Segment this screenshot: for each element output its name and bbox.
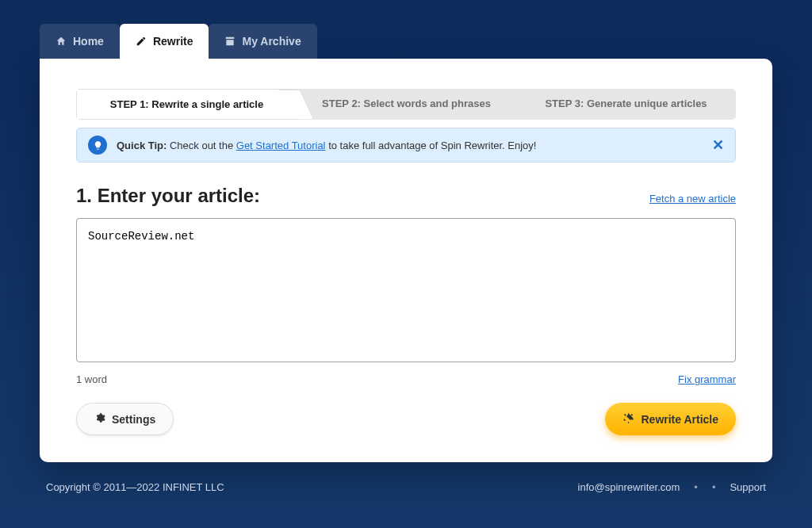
tab-home-label: Home [73, 35, 104, 48]
tab-archive-label: My Archive [242, 35, 301, 48]
step-nav: STEP 1: Rewrite a single article STEP 2:… [76, 89, 736, 120]
main-card: STEP 1: Rewrite a single article STEP 2:… [40, 59, 772, 462]
copyright: Copyright © 2011—2022 INFINET LLC [46, 481, 224, 493]
article-input[interactable] [76, 218, 736, 362]
word-count: 1 word [76, 373, 107, 385]
tab-rewrite[interactable]: Rewrite [120, 24, 209, 59]
gear-icon [94, 412, 105, 426]
tip-text: Quick Tip: Check out the Get Started Tut… [117, 140, 536, 151]
lightbulb-icon [88, 136, 107, 155]
footer-support[interactable]: Support [730, 481, 766, 493]
tab-rewrite-label: Rewrite [153, 35, 193, 48]
pencil-icon [136, 36, 147, 47]
tutorial-link[interactable]: Get Started Tutorial [236, 140, 326, 151]
home-icon [56, 36, 67, 47]
step-1[interactable]: STEP 1: Rewrite a single article [76, 89, 297, 120]
wand-icon [622, 412, 634, 427]
tab-home[interactable]: Home [40, 24, 120, 59]
main-tabs: Home Rewrite My Archive [40, 24, 772, 59]
fetch-article-link[interactable]: Fetch a new article [649, 193, 736, 205]
footer: Copyright © 2011—2022 INFINET LLC info@s… [0, 462, 812, 493]
tab-archive[interactable]: My Archive [209, 24, 316, 59]
settings-button[interactable]: Settings [76, 403, 174, 435]
rewrite-article-button[interactable]: Rewrite Article [605, 403, 736, 435]
footer-email[interactable]: info@spinrewriter.com [578, 481, 680, 493]
step-3[interactable]: STEP 3: Generate unique articles [516, 89, 736, 120]
close-icon[interactable]: ✕ [712, 136, 724, 154]
section-heading: 1. Enter your article: [76, 185, 260, 207]
quick-tip-banner: Quick Tip: Check out the Get Started Tut… [76, 128, 736, 163]
fix-grammar-link[interactable]: Fix grammar [678, 373, 736, 385]
archive-icon [224, 36, 236, 47]
step-2[interactable]: STEP 2: Select words and phrases [297, 89, 516, 120]
